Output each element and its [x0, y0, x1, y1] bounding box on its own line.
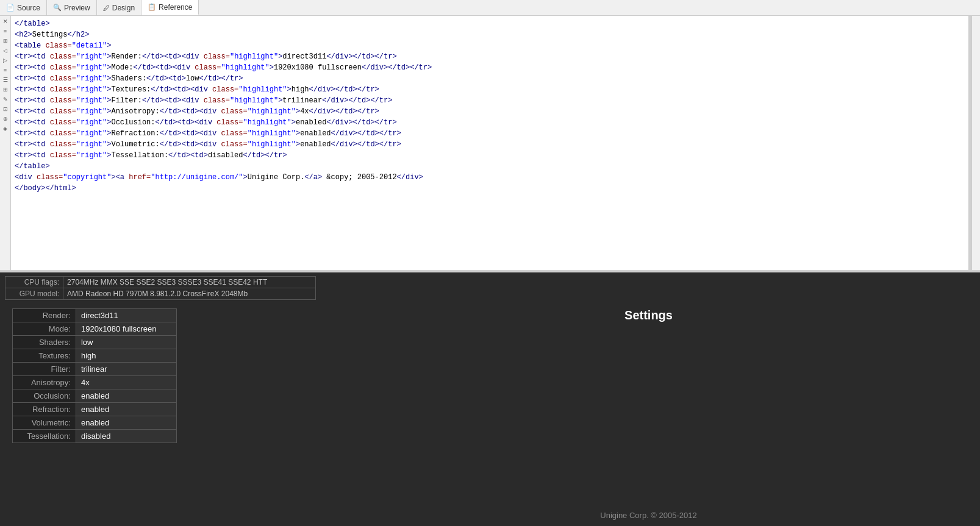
settings-label-occlusion: Occlusion:	[13, 389, 76, 402]
sidebar-back-icon[interactable]: ◁	[1, 46, 10, 55]
settings-label-anisotropy: Anisotropy:	[13, 375, 76, 389]
source-icon: 📄	[6, 4, 15, 12]
settings-label-filter: Filter:	[13, 362, 76, 375]
settings-row-render: Render: direct3d11	[13, 308, 177, 322]
sidebar-edit-icon[interactable]: ✎	[1, 95, 10, 104]
tab-design-label: Design	[112, 4, 135, 12]
settings-preview-left: Render: direct3d11 Mode: 1920x1080 fulls…	[0, 302, 317, 527]
copyright-text: Unigine Corp. © 2005-2012	[600, 511, 696, 526]
sidebar-list-icon[interactable]: ≡	[1, 66, 10, 74]
cpu-flags-label: CPU flags:	[5, 276, 63, 288]
code-line: <tr><td class="right">Filter:</td><td><d…	[15, 95, 965, 106]
code-line: <tr><td class="right">Occlusion:</td><td…	[15, 117, 965, 128]
bottom-area: CPU flags: 2704MHz MMX SSE SSE2 SSE3 SSS…	[0, 272, 980, 527]
code-line: <div class="copyright"><a href="http://u…	[15, 172, 965, 183]
sidebar-menu-icon[interactable]: ≡	[1, 27, 10, 35]
settings-value-filter: trilinear	[76, 362, 176, 375]
settings-value-mode: 1920x1080 fullscreen	[76, 322, 176, 335]
settings-detail-table: Render: direct3d11 Mode: 1920x1080 fulls…	[12, 308, 177, 443]
settings-value-volumetric: enabled	[76, 416, 176, 429]
settings-value-tessellation: disabled	[76, 429, 176, 442]
code-line: <tr><td class="right">Volumetric:</td><t…	[15, 139, 965, 150]
sidebar-forward-icon[interactable]: ▷	[1, 56, 10, 65]
code-line: <tr><td class="right">Render:</td><td><d…	[15, 51, 965, 62]
tab-design[interactable]: 🖊 Design	[97, 0, 141, 15]
preview-icon: 🔍	[53, 4, 62, 12]
settings-value-render: direct3d11	[76, 308, 176, 322]
settings-row-tessellation: Tessellation: disabled	[13, 429, 177, 442]
code-line: <tr><td class="right">Textures:</td><td>…	[15, 84, 965, 95]
settings-preview-right: Settings Unigine Corp. © 2005-2012	[317, 302, 980, 527]
main-area: ✕ ≡ ⊞ ◁ ▷ ≡ ☰ ⊞ ✎ ⊡ ⊕ ◈ </table> <h2>Set…	[0, 16, 980, 270]
code-line: <table class="detail">	[15, 40, 965, 51]
settings-row-textures: Textures: high	[13, 349, 177, 362]
settings-label-tessellation: Tessellation:	[13, 429, 76, 442]
settings-heading: Settings	[624, 308, 673, 322]
settings-row-mode: Mode: 1920x1080 fullscreen	[13, 322, 177, 335]
gpu-model-label: GPU model:	[5, 288, 63, 299]
settings-row-filter: Filter: trilinear	[13, 362, 177, 375]
code-line: </table>	[15, 18, 965, 29]
settings-label-mode: Mode:	[13, 322, 76, 335]
settings-label-shaders: Shaders:	[13, 335, 76, 349]
editor-pane: </table> <h2>Settings</h2> <table class=…	[11, 16, 969, 270]
settings-row-shaders: Shaders: low	[13, 335, 177, 349]
settings-row-refraction: Refraction: enabled	[13, 402, 177, 416]
code-line: <h2>Settings</h2>	[15, 29, 965, 40]
settings-value-occlusion: enabled	[76, 389, 176, 402]
tab-preview[interactable]: 🔍 Preview	[47, 0, 97, 15]
tab-preview-label: Preview	[64, 4, 90, 12]
settings-row-anisotropy: Anisotropy: 4x	[13, 375, 177, 389]
settings-value-anisotropy: 4x	[76, 375, 176, 389]
settings-label-volumetric: Volumetric:	[13, 416, 76, 429]
sidebar-diamond-icon[interactable]: ◈	[1, 124, 10, 133]
system-info-section: CPU flags: 2704MHz MMX SSE SSE2 SSE3 SSS…	[0, 272, 980, 302]
code-line: <tr><td class="right">Tessellation:</td>…	[15, 150, 965, 161]
settings-label-textures: Textures:	[13, 349, 76, 362]
settings-value-textures: high	[76, 349, 176, 362]
sidebar-grid-icon[interactable]: ☰	[1, 76, 10, 84]
preview-render-area: Render: direct3d11 Mode: 1920x1080 fulls…	[0, 302, 980, 527]
code-line: <tr><td class="right">Shaders:</td><td>l…	[15, 73, 965, 84]
gpu-model-value: AMD Radeon HD 7970M 8.981.2.0 CrossFireX…	[63, 288, 316, 299]
cpu-flags-row: CPU flags: 2704MHz MMX SSE SSE2 SSE3 SSS…	[5, 276, 316, 288]
tab-source-label: Source	[17, 4, 40, 12]
settings-label-refraction: Refraction:	[13, 402, 76, 416]
gpu-model-row: GPU model: AMD Radeon HD 7970M 8.981.2.0…	[5, 288, 316, 299]
code-line: </body></html>	[15, 183, 965, 194]
toolbar: 📄 Source 🔍 Preview 🖊 Design 📋 Reference	[0, 0, 980, 16]
right-scrollbar[interactable]	[971, 16, 980, 270]
code-line: <tr><td class="right">Refraction:</td><t…	[15, 128, 965, 139]
tab-reference-label: Reference	[159, 3, 192, 12]
settings-value-shaders: low	[76, 335, 176, 349]
code-line: </table>	[15, 161, 965, 172]
sidebar-cmd-icon[interactable]: ⊞	[1, 37, 10, 45]
system-info-table: CPU flags: 2704MHz MMX SSE SSE2 SSE3 SSS…	[5, 276, 316, 300]
design-icon: 🖊	[103, 4, 110, 12]
code-line: <tr><td class="right">Anisotropy:</td><t…	[15, 106, 965, 117]
settings-label-render: Render:	[13, 308, 76, 322]
tab-source[interactable]: 📄 Source	[0, 0, 47, 15]
settings-row-volumetric: Volumetric: enabled	[13, 416, 177, 429]
sidebar-plus-icon[interactable]: ⊕	[1, 115, 10, 123]
code-editor[interactable]: </table> <h2>Settings</h2> <table class=…	[11, 16, 968, 270]
sidebar-close-icon[interactable]: ✕	[1, 17, 10, 26]
settings-row-occlusion: Occlusion: enabled	[13, 389, 177, 402]
settings-value-refraction: enabled	[76, 402, 176, 416]
sidebar-target-icon[interactable]: ⊡	[1, 105, 10, 113]
code-line: <tr><td class="right">Mode:</td><td><div…	[15, 62, 965, 73]
tab-reference[interactable]: 📋 Reference	[141, 0, 199, 15]
left-sidebar: ✕ ≡ ⊞ ◁ ▷ ≡ ☰ ⊞ ✎ ⊡ ⊕ ◈	[0, 16, 11, 270]
sidebar-box-icon[interactable]: ⊞	[1, 85, 10, 94]
reference-icon: 📋	[148, 3, 156, 11]
cpu-flags-value: 2704MHz MMX SSE SSE2 SSE3 SSSE3 SSE41 SS…	[63, 276, 316, 288]
